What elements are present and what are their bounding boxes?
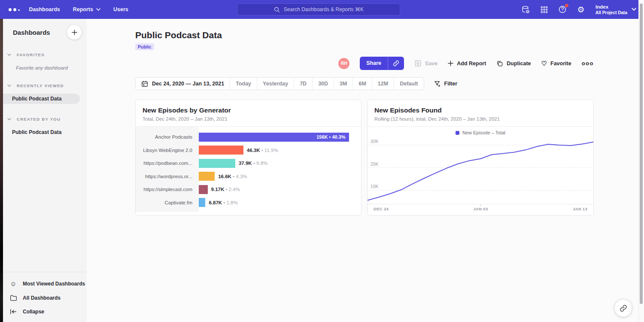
bar-category-label: https://simplecast.com (136, 187, 199, 192)
collapse-icon (9, 309, 17, 315)
y-axis-tick-label: 10K (371, 184, 378, 189)
sidebar: Dashboards FAVORITES Favorite any dashbo… (3, 19, 87, 322)
footer-item-label: Collapse (23, 309, 44, 315)
bar-row: Captivate.fm6.87K • 1.8% (136, 196, 361, 210)
share-button[interactable]: Share (360, 57, 404, 70)
preset-today[interactable]: Today (230, 78, 257, 90)
x-axis-tick-label: JAN 13 (573, 207, 587, 211)
bar-category-label: https://podbean.com... (136, 161, 199, 166)
footer-item-label: Most Viewed Dashboards (23, 281, 85, 287)
preset-6m[interactable]: 6M (353, 78, 372, 90)
bar-category-label: https://wordpress.or... (136, 174, 199, 179)
bar[interactable] (199, 198, 205, 207)
save-icon (414, 60, 422, 67)
sidebar-item-public-podcast-data[interactable]: Public Podcast Data (3, 94, 80, 104)
search-input[interactable]: Search Dashboards & Reports ⌘K (237, 3, 400, 15)
copy-link-floating-button[interactable] (614, 299, 632, 317)
app-logo[interactable] (9, 8, 20, 11)
bar-chart: Anchor Podcasts156K • 40.3%Libsyn WebEng… (136, 127, 361, 216)
chevron-down-icon (7, 85, 11, 87)
bar-row: Anchor Podcasts156K • 40.3% (136, 131, 361, 144)
report-subtitle: Rolling (12 hours), total, Dec 24th, 202… (374, 116, 586, 122)
bar[interactable] (199, 185, 208, 194)
y-axis-tick-label: 30K (371, 139, 378, 144)
x-axis: DEC 24JAN 03JAN 13 (368, 204, 593, 211)
filter-button[interactable]: Filter (434, 80, 458, 87)
project-switcher[interactable]: Index All Project Data (595, 4, 636, 15)
line-chart: 10K20K30K DEC 24JAN 03JAN 13 (368, 136, 593, 211)
report-card-new-episodes-found[interactable]: New Episodes Found Rolling (12 hours), t… (367, 100, 594, 216)
chevron-down-icon (632, 8, 636, 11)
apps-grid-icon[interactable] (539, 5, 549, 14)
heart-icon: ♡ (541, 60, 547, 67)
scrollbar-thumb[interactable] (640, 3, 643, 304)
section-label: CREATED BY YOU (17, 117, 61, 122)
project-name: Index (595, 4, 627, 9)
date-range-picker[interactable]: Dec 24, 2020 — Jan 13, 2021 (136, 78, 230, 90)
x-axis-tick-label: JAN 03 (474, 207, 488, 211)
legend-label: New Episode – Total (462, 130, 505, 135)
plus-icon (448, 61, 453, 66)
save-button[interactable]: Save (414, 60, 437, 67)
chevron-down-icon (7, 54, 11, 56)
share-link-icon[interactable] (388, 57, 404, 70)
scrollbar-track (638, 0, 644, 322)
collapse-sidebar-button[interactable]: Collapse (3, 305, 87, 319)
folder-icon (9, 295, 17, 301)
share-label[interactable]: Share (360, 57, 388, 70)
chart-legend[interactable]: New Episode – Total (368, 127, 593, 136)
bar-row: Libsyn WebEngine 2.046.3K • 11.9% (136, 144, 361, 157)
bar-category-label: Anchor Podcasts (136, 134, 199, 140)
line-chart-svg[interactable]: 10K20K30K (368, 136, 593, 204)
sidebar-section-recently-viewed[interactable]: RECENTLY VIEWED (3, 83, 87, 88)
date-range-label: Dec 24, 2020 — Jan 13, 2021 (152, 81, 224, 87)
bar-row: https://podbean.com...37.9K • 9.8% (136, 157, 361, 170)
section-label: RECENTLY VIEWED (17, 83, 64, 88)
main-content: Public Podcast Data Public RH Share Save… (87, 19, 644, 322)
chevron-down-icon (7, 118, 11, 121)
help-icon[interactable] (558, 5, 567, 14)
most-viewed-dashboards-button[interactable]: ☺ Most Viewed Dashboards (3, 276, 87, 291)
duplicate-button[interactable]: Duplicate (496, 60, 531, 67)
add-dashboard-button[interactable] (67, 25, 82, 39)
nav-item-dashboards[interactable]: Dashboards (29, 6, 60, 12)
data-management-icon[interactable] (521, 5, 530, 14)
logo-dot-icon (9, 8, 12, 11)
sidebar-item-public-podcast-data-created[interactable]: Public Podcast Data (3, 127, 87, 137)
bar-row: https://simplecast.com9.17K • 2.4% (136, 183, 361, 196)
top-nav: Dashboards Reports Users Search Dashboar… (0, 0, 644, 19)
avatar[interactable]: RH (338, 58, 349, 69)
calendar-icon (141, 80, 148, 87)
more-options-button[interactable]: ooo (582, 60, 594, 67)
chevron-down-icon (96, 8, 100, 11)
project-subtitle: All Project Data (595, 10, 627, 15)
logo-dot-icon (13, 8, 16, 11)
bar[interactable]: 156K • 40.3% (199, 133, 349, 142)
add-report-button[interactable]: Add Report (448, 61, 486, 67)
settings-gear-icon[interactable]: ⚙ (576, 5, 586, 14)
bar-category-label: Captivate.fm (136, 200, 199, 205)
section-label: FAVORITES (17, 52, 45, 57)
nav-item-reports[interactable]: Reports (73, 6, 100, 12)
preset-3m[interactable]: 3M (334, 78, 353, 90)
bar[interactable] (199, 146, 243, 155)
favorite-button[interactable]: ♡ Favorite (541, 60, 571, 67)
search-placeholder: Search Dashboards & Reports ⌘K (284, 6, 364, 12)
report-subtitle: Total, Dec 24th, 2020 – Jan 13th, 2021 (143, 116, 354, 122)
preset-7d[interactable]: 7D (294, 78, 313, 90)
all-dashboards-button[interactable]: All Dashboards (3, 291, 87, 305)
preset-12m[interactable]: 12M (372, 78, 394, 90)
nav-item-users[interactable]: Users (113, 6, 128, 12)
bar-value-label: 37.9K • 9.8% (239, 161, 267, 166)
preset-30d[interactable]: 30D (313, 78, 334, 90)
bar[interactable] (199, 159, 235, 168)
sidebar-section-favorites[interactable]: FAVORITES (3, 52, 87, 57)
background-window-strip (0, 19, 3, 322)
line-series (368, 142, 593, 200)
bar-value-label: 6.87K • 1.8% (209, 200, 237, 205)
sidebar-section-created-by-you[interactable]: CREATED BY YOU (3, 117, 87, 122)
bar[interactable] (199, 172, 215, 181)
preset-yesterday[interactable]: Yesterday (257, 78, 294, 90)
report-card-new-episodes-by-generator[interactable]: New Episodes by Generator Total, Dec 24t… (135, 100, 361, 216)
preset-default[interactable]: Default (394, 78, 423, 90)
